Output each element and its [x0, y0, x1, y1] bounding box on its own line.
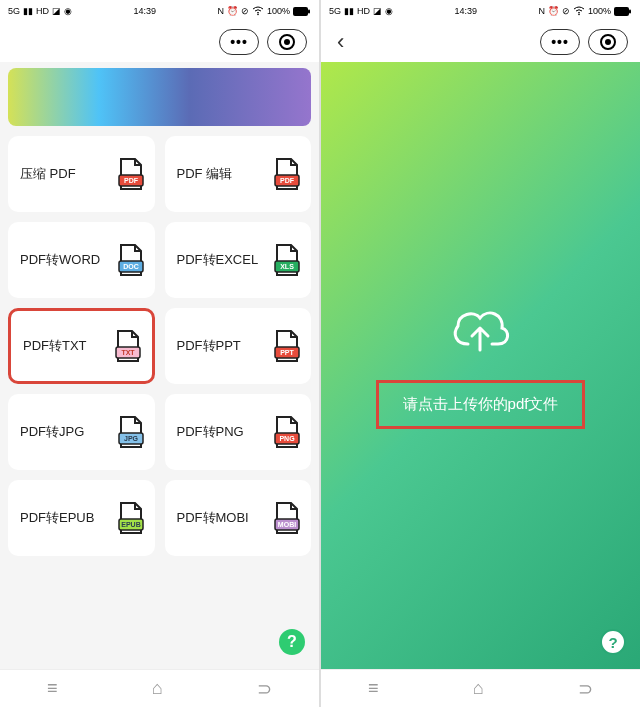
function-grid: 压缩 PDFPDFPDF 编辑PDFPDF转WORDDOCPDF转EXCELXL… — [8, 136, 311, 556]
card-label: PDF 编辑 — [177, 165, 233, 183]
battery-icon — [614, 7, 632, 16]
png-file-icon: PNG — [273, 415, 301, 449]
svg-text:PPT: PPT — [280, 349, 294, 356]
nfc-icon: N — [217, 6, 224, 16]
svg-text:MOBI: MOBI — [278, 521, 296, 528]
svg-text:PDF: PDF — [280, 177, 295, 184]
card-pdf[interactable]: 压缩 PDFPDF — [8, 136, 155, 212]
card-label: PDF转PNG — [177, 423, 244, 441]
signal-icon: ▮▮ — [344, 6, 354, 16]
txt-file-icon: TXT — [114, 329, 142, 363]
alarm-icon: ⏰ — [227, 6, 238, 16]
status-bar: 5G ▮▮ HD ◪ ◉ 14:39 N ⏰ ⊘ 100% — [321, 0, 640, 22]
card-label: PDF转TXT — [23, 337, 87, 355]
card-epub[interactable]: PDF转EPUBEPUB — [8, 480, 155, 556]
svg-text:XLS: XLS — [280, 263, 294, 270]
clock: 14:39 — [133, 6, 156, 16]
nfc-icon: N — [538, 6, 545, 16]
banner[interactable] — [8, 68, 311, 126]
card-label: 压缩 PDF — [20, 165, 76, 183]
target-button[interactable] — [588, 29, 628, 55]
wifi-icon — [252, 6, 264, 16]
dnd-icon: ⊘ — [562, 6, 570, 16]
top-action-bar: ‹ ••• — [321, 22, 640, 62]
mobi-file-icon: MOBI — [273, 501, 301, 535]
svg-text:TXT: TXT — [121, 349, 135, 356]
nav-back-icon[interactable]: ⊃ — [578, 678, 593, 700]
epub-file-icon: EPUB — [117, 501, 145, 535]
card-txt[interactable]: PDF转TXTTXT — [8, 308, 155, 384]
card-pdf[interactable]: PDF 编辑PDF — [165, 136, 312, 212]
card-jpg[interactable]: PDF转JPGJPG — [8, 394, 155, 470]
phone-screen-right: 5G ▮▮ HD ◪ ◉ 14:39 N ⏰ ⊘ 100% ‹ — [321, 0, 640, 707]
app-icon-2: ◉ — [64, 6, 72, 16]
svg-text:PNG: PNG — [279, 435, 295, 442]
question-icon: ? — [287, 633, 297, 651]
nav-menu-icon[interactable]: ≡ — [47, 678, 58, 699]
card-ppt[interactable]: PDF转PPTPPT — [165, 308, 312, 384]
upload-prompt[interactable]: 请点击上传你的pdf文件 — [376, 380, 586, 429]
alarm-icon: ⏰ — [548, 6, 559, 16]
card-label: PDF转WORD — [20, 251, 100, 269]
svg-rect-2 — [308, 9, 310, 13]
svg-text:EPUB: EPUB — [121, 521, 140, 528]
status-bar: 5G ▮▮ HD ◪ ◉ 14:39 N ⏰ ⊘ 100% — [0, 0, 319, 22]
svg-text:DOC: DOC — [123, 263, 139, 270]
card-xls[interactable]: PDF转EXCELXLS — [165, 222, 312, 298]
pdf-file-icon: PDF — [273, 157, 301, 191]
network-label: 5G — [329, 6, 341, 16]
battery-icon — [293, 7, 311, 16]
card-doc[interactable]: PDF转WORDDOC — [8, 222, 155, 298]
signal-icon: ▮▮ — [23, 6, 33, 16]
dots-icon: ••• — [551, 34, 569, 50]
card-label: PDF转MOBI — [177, 509, 249, 527]
svg-text:PDF: PDF — [124, 177, 139, 184]
card-mobi[interactable]: PDF转MOBIMOBI — [165, 480, 312, 556]
svg-rect-25 — [629, 9, 631, 13]
dnd-icon: ⊘ — [241, 6, 249, 16]
upload-prompt-text: 请点击上传你的pdf文件 — [403, 395, 559, 412]
target-icon — [279, 34, 295, 50]
upload-area[interactable]: 请点击上传你的pdf文件 ? — [321, 62, 640, 669]
dots-icon: ••• — [230, 34, 248, 50]
target-icon — [600, 34, 616, 50]
jpg-file-icon: JPG — [117, 415, 145, 449]
nav-menu-icon[interactable]: ≡ — [368, 678, 379, 699]
pdf-file-icon: PDF — [117, 157, 145, 191]
wifi-icon — [573, 6, 585, 16]
svg-point-23 — [578, 14, 580, 16]
more-button[interactable]: ••• — [540, 29, 580, 55]
svg-text:JPG: JPG — [123, 435, 138, 442]
nav-home-icon[interactable]: ⌂ — [473, 678, 484, 699]
main-content: 压缩 PDFPDFPDF 编辑PDFPDF转WORDDOCPDF转EXCELXL… — [0, 62, 319, 669]
battery-pct: 100% — [588, 6, 611, 16]
xls-file-icon: XLS — [273, 243, 301, 277]
phone-screen-left: 5G ▮▮ HD ◪ ◉ 14:39 N ⏰ ⊘ 100% ••• — [0, 0, 319, 707]
top-action-bar: ••• — [0, 22, 319, 62]
battery-pct: 100% — [267, 6, 290, 16]
card-label: PDF转EPUB — [20, 509, 94, 527]
app-icon-2: ◉ — [385, 6, 393, 16]
svg-rect-1 — [293, 7, 308, 16]
clock: 14:39 — [454, 6, 477, 16]
nav-bar: ≡ ⌂ ⊃ — [321, 669, 640, 707]
app-icon: ◪ — [52, 6, 61, 16]
svg-point-0 — [257, 14, 259, 16]
target-button[interactable] — [267, 29, 307, 55]
app-icon: ◪ — [373, 6, 382, 16]
svg-rect-24 — [614, 7, 629, 16]
nav-bar: ≡ ⌂ ⊃ — [0, 669, 319, 707]
question-icon: ? — [608, 634, 617, 651]
hd-icon: HD — [357, 6, 370, 16]
more-button[interactable]: ••• — [219, 29, 259, 55]
card-png[interactable]: PDF转PNGPNG — [165, 394, 312, 470]
nav-back-icon[interactable]: ⊃ — [257, 678, 272, 700]
help-fab[interactable]: ? — [600, 629, 626, 655]
back-button[interactable]: ‹ — [333, 29, 348, 55]
nav-home-icon[interactable]: ⌂ — [152, 678, 163, 699]
network-label: 5G — [8, 6, 20, 16]
card-label: PDF转PPT — [177, 337, 241, 355]
card-label: PDF转JPG — [20, 423, 84, 441]
help-fab[interactable]: ? — [279, 629, 305, 655]
doc-file-icon: DOC — [117, 243, 145, 277]
